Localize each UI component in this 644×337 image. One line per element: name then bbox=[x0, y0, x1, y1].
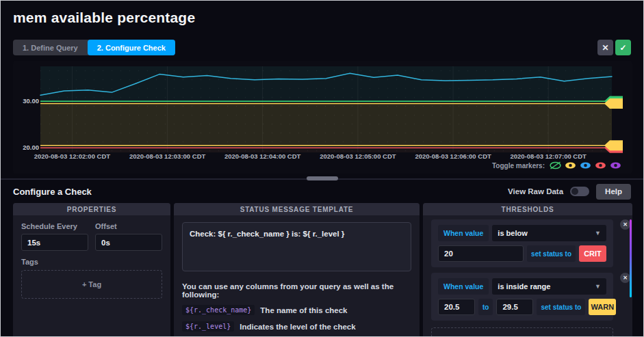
remove-threshold-button[interactable]: ✕ bbox=[620, 219, 630, 230]
svg-text:2020-08-03 12:06:00 CDT: 2020-08-03 12:06:00 CDT bbox=[415, 152, 491, 160]
section-title: Configure a Check bbox=[13, 187, 92, 197]
cancel-button[interactable]: ✕ bbox=[597, 40, 613, 55]
tab-configure-check[interactable]: 2. Configure Check bbox=[88, 40, 175, 55]
offset-input[interactable] bbox=[95, 234, 162, 251]
view-raw-data-label: View Raw Data bbox=[508, 187, 563, 196]
toggle-markers-label: Toggle markers: bbox=[492, 162, 545, 170]
marker-eye-warn[interactable] bbox=[565, 161, 576, 170]
configure-check-bar: Configure a Check View Raw Data Help bbox=[13, 183, 631, 200]
template-snippet-row: ${r._check_name} The name of this check bbox=[182, 305, 411, 315]
config-bar-actions: View Raw Data Help bbox=[508, 184, 631, 200]
threshold-card-warn: When value is inside range ▼ to set stat… bbox=[431, 273, 613, 321]
tab-define-query[interactable]: 1. Define Query bbox=[13, 40, 88, 55]
snippet-code: ${r._check_name} bbox=[182, 305, 255, 315]
marker-eye-unknown[interactable] bbox=[610, 161, 621, 170]
marker-eye-info[interactable] bbox=[580, 161, 591, 170]
offset-label: Offset bbox=[95, 222, 162, 230]
toggle-markers: Toggle markers: bbox=[492, 161, 621, 170]
status-message-panel: STATUS MESSAGE TEMPLATE Check: ${ r._che… bbox=[174, 203, 420, 336]
close-icon: ✕ bbox=[602, 43, 608, 53]
svg-text:2020-08-03 12:03:00 CDT: 2020-08-03 12:03:00 CDT bbox=[129, 152, 206, 160]
resize-divider[interactable] bbox=[1, 176, 643, 183]
svg-text:2020-08-03 12:05:00 CDT: 2020-08-03 12:05:00 CDT bbox=[320, 152, 396, 160]
threshold-chart[interactable]: 30.0020.002020-08-03 12:02:00 CDT2020-08… bbox=[13, 61, 632, 162]
range-min-input[interactable] bbox=[438, 299, 475, 315]
marker-eye-ok[interactable] bbox=[550, 161, 561, 170]
view-raw-data-toggle[interactable] bbox=[570, 187, 589, 196]
status-message-header: STATUS MESSAGE TEMPLATE bbox=[174, 203, 420, 215]
drag-handle[interactable] bbox=[307, 176, 338, 180]
svg-text:2020-08-03 12:04:00 CDT: 2020-08-03 12:04:00 CDT bbox=[224, 152, 301, 160]
status-message-textarea[interactable]: Check: ${ r._check_name } is: ${ r._leve… bbox=[182, 222, 411, 271]
template-help-intro: You can use any columns from your query … bbox=[182, 282, 411, 299]
schedule-every-input[interactable] bbox=[21, 234, 88, 251]
check-chart-panel: 30.0020.002020-08-03 12:02:00 CDT2020-08… bbox=[13, 61, 632, 174]
condition-dropdown[interactable]: is inside range ▼ bbox=[492, 278, 606, 295]
snippet-desc: The name of this check bbox=[260, 306, 347, 314]
svg-text:30.00: 30.00 bbox=[23, 97, 39, 105]
editor-tabs: 1. Define Query 2. Configure Check bbox=[13, 40, 175, 55]
thresholds-scrollbar[interactable] bbox=[630, 219, 632, 297]
snippet-desc: Indicates the level of the check bbox=[240, 323, 355, 331]
help-button[interactable]: Help bbox=[596, 184, 631, 200]
check-editor-window: mem available percentage 1. Define Query… bbox=[0, 0, 644, 337]
svg-text:20.00: 20.00 bbox=[23, 144, 39, 151]
properties-header: PROPERTIES bbox=[13, 203, 170, 215]
thresholds-header: THRESHOLDS bbox=[423, 203, 632, 215]
range-max-input[interactable] bbox=[496, 299, 533, 315]
set-status-to-label: set status to bbox=[527, 245, 576, 262]
level-badge-crit[interactable]: CRIT bbox=[579, 245, 606, 262]
checkmark-icon: ✓ bbox=[619, 43, 626, 53]
when-value-label: When value bbox=[438, 225, 489, 241]
threshold-card-crit: When value is below ▼ set status to CRIT bbox=[431, 219, 613, 267]
check-plot[interactable]: 30.0020.002020-08-03 12:02:00 CDT2020-08… bbox=[13, 61, 632, 162]
schedule-every-label: Schedule Every bbox=[21, 222, 88, 230]
when-value-label: When value bbox=[438, 278, 489, 295]
condition-dropdown[interactable]: is below ▼ bbox=[492, 225, 606, 241]
svg-text:2020-08-03 12:07:00 CDT: 2020-08-03 12:07:00 CDT bbox=[510, 152, 587, 160]
condition-value: is inside range bbox=[498, 282, 550, 291]
svg-text:2020-08-03 12:02:00 CDT: 2020-08-03 12:02:00 CDT bbox=[34, 152, 111, 160]
tags-label: Tags bbox=[21, 258, 162, 266]
add-tag-button[interactable]: + Tag bbox=[21, 270, 162, 299]
chevron-down-icon: ▼ bbox=[595, 230, 601, 237]
chevron-down-icon: ▼ bbox=[595, 283, 601, 290]
page-title: mem available percentage bbox=[13, 10, 195, 26]
set-status-to-label: set status to bbox=[537, 299, 585, 315]
thresholds-panel: THRESHOLDS When value is below ▼ set sta… bbox=[423, 203, 632, 336]
add-info-threshold-button[interactable]: + INFO bbox=[431, 327, 613, 337]
snippet-code: ${r._level} bbox=[182, 321, 234, 332]
level-badge-warn[interactable]: WARN bbox=[589, 299, 616, 315]
marker-eye-group bbox=[550, 161, 621, 170]
properties-panel: PROPERTIES Schedule Every Offset Tags + … bbox=[13, 203, 170, 336]
condition-value: is below bbox=[498, 229, 527, 237]
marker-eye-crit[interactable] bbox=[595, 161, 606, 170]
to-label: to bbox=[478, 299, 493, 315]
template-snippet-row: ${r._level} Indicates the level of the c… bbox=[182, 321, 411, 332]
threshold-value-input[interactable] bbox=[438, 245, 524, 262]
remove-threshold-button[interactable]: ✕ bbox=[620, 273, 630, 283]
toggle-knob bbox=[571, 188, 578, 195]
confirm-button[interactable]: ✓ bbox=[615, 40, 631, 55]
